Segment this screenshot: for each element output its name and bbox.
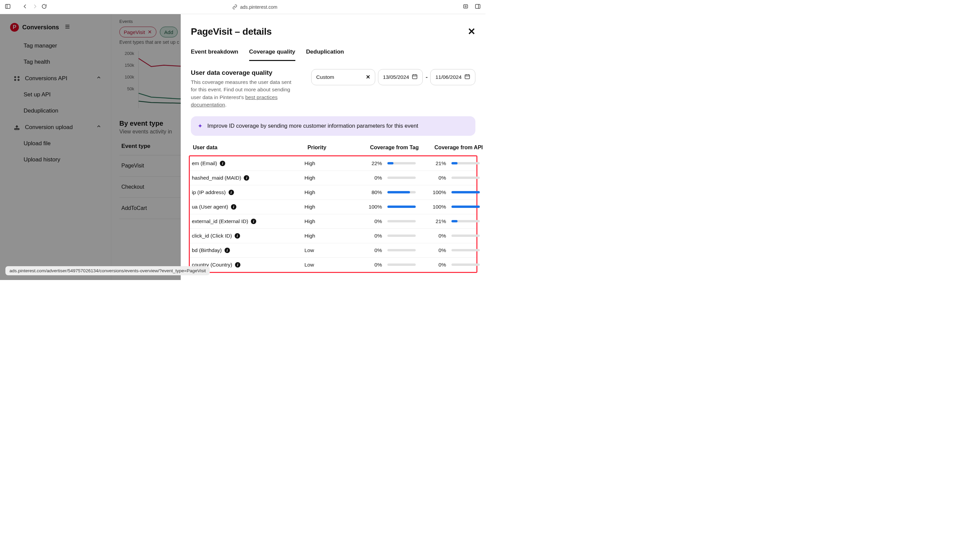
info-icon[interactable]: i	[244, 175, 249, 181]
svg-rect-15	[413, 75, 418, 79]
date-range-select[interactable]: Custom ✕	[311, 69, 375, 85]
priority-cell: Low	[304, 247, 352, 253]
api-bar	[451, 162, 480, 165]
close-icon[interactable]: ✕	[148, 29, 152, 35]
details-panel: PageVisit – details ✕ Event breakdown Co…	[181, 14, 486, 280]
tab-coverage-quality[interactable]: Coverage quality	[249, 48, 295, 61]
table-row: ip (IP address)iHigh80%100%	[190, 185, 476, 200]
nav-back-icon[interactable]	[22, 3, 28, 10]
info-icon[interactable]: i	[224, 248, 230, 253]
upload-icon	[13, 124, 20, 131]
sidebar-item-upload-history[interactable]: Upload history	[0, 152, 111, 168]
browser-url-text: ads.pinterest.com	[240, 4, 277, 10]
coverage-section-desc: This coverage measures the user data sen…	[191, 78, 292, 109]
api-icon	[13, 75, 20, 82]
chevron-up-icon	[96, 75, 102, 82]
tag-pct: 0%	[352, 218, 385, 224]
sidebar-item-tag-manager[interactable]: Tag manager	[0, 38, 111, 54]
tag-pct: 100%	[352, 204, 385, 210]
tag-bar	[388, 205, 416, 208]
user-data-label: em (Email)i	[192, 160, 304, 167]
table-row: em (Email)iHigh22%21%	[190, 156, 476, 170]
api-pct: 100%	[416, 189, 450, 195]
tag-bar	[388, 249, 416, 252]
date-to-input[interactable]: 11/06/2024	[430, 69, 475, 85]
info-icon[interactable]: i	[251, 219, 256, 224]
user-data-label: hashed_maid (MAID)i	[192, 175, 304, 181]
info-icon[interactable]: i	[235, 233, 240, 238]
y-axis-labels: 200k 150k 100k 50k	[119, 51, 134, 108]
sidebar-group-conversions-api[interactable]: Conversions API	[0, 70, 111, 87]
info-icon[interactable]: i	[235, 262, 241, 268]
date-from-input[interactable]: 13/05/2024	[378, 69, 423, 85]
api-bar	[451, 177, 480, 179]
sparkle-icon: ✦	[197, 122, 203, 130]
priority-cell: High	[304, 160, 352, 167]
tag-pct: 80%	[352, 189, 385, 195]
priority-cell: Low	[304, 262, 352, 268]
priority-cell: High	[304, 189, 352, 195]
chip-add[interactable]: Add	[160, 27, 178, 37]
tag-bar	[388, 177, 416, 179]
nav-forward-icon	[32, 3, 38, 10]
tag-bar	[388, 220, 416, 222]
info-icon[interactable]: i	[220, 161, 225, 166]
priority-cell: High	[304, 175, 352, 181]
svg-rect-14	[15, 128, 19, 129]
table-row: external_id (External ID)iHigh0%21%	[190, 214, 476, 228]
brand[interactable]: P Conversions	[0, 20, 111, 38]
coverage-table-body: em (Email)iHigh22%21%hashed_maid (MAID)i…	[189, 155, 477, 273]
api-bar	[451, 220, 480, 222]
brand-label: Conversions	[22, 24, 59, 31]
tag-pct: 0%	[352, 233, 385, 239]
sidebar-item-set-up-api[interactable]: Set up API	[0, 87, 111, 103]
coverage-section-title: User data coverage quality	[191, 69, 292, 77]
table-row: click_id (Click ID)iHigh0%0%	[190, 228, 476, 243]
priority-cell: High	[304, 204, 352, 210]
svg-rect-19	[465, 75, 470, 79]
hamburger-icon[interactable]	[64, 23, 70, 31]
user-data-label: ip (IP address)i	[192, 189, 304, 195]
date-dash: -	[426, 74, 428, 81]
table-row: country (Country)iLow0%0%	[190, 257, 476, 272]
svg-rect-5	[475, 4, 480, 8]
user-data-label: bd (Birthday)i	[192, 247, 304, 253]
chevron-up-icon	[96, 124, 102, 131]
chip-pagevisit[interactable]: PageVisit ✕	[119, 27, 156, 37]
tag-pct: 0%	[352, 247, 385, 253]
sidebar-group-conversion-upload[interactable]: Conversion upload	[0, 119, 111, 135]
tab-deduplication[interactable]: Deduplication	[306, 48, 344, 61]
clear-icon[interactable]: ✕	[366, 74, 370, 80]
api-bar	[451, 235, 480, 237]
svg-point-10	[15, 77, 16, 78]
calendar-icon	[464, 73, 470, 81]
svg-rect-0	[5, 4, 10, 8]
panels-icon[interactable]	[475, 3, 481, 10]
info-icon[interactable]: i	[229, 190, 234, 195]
close-icon[interactable]: ✕	[468, 27, 475, 37]
tag-pct: 22%	[352, 160, 385, 167]
tag-bar	[388, 263, 416, 266]
api-bar	[451, 263, 480, 266]
browser-url[interactable]: ads.pinterest.com	[232, 4, 277, 10]
api-bar	[451, 205, 480, 208]
reload-icon[interactable]	[41, 3, 47, 10]
sidebar-toggle-icon[interactable]	[5, 3, 11, 10]
api-bar	[451, 249, 480, 252]
pinterest-logo-icon: P	[10, 23, 19, 32]
sidebar: P Conversions Tag manager Tag health Con…	[0, 14, 111, 280]
sidebar-item-deduplication[interactable]: Deduplication	[0, 103, 111, 119]
improve-coverage-hint: ✦ Improve ID coverage by sending more cu…	[191, 116, 475, 136]
calendar-icon	[412, 73, 418, 81]
user-data-label: external_id (External ID)i	[192, 218, 304, 224]
svg-point-12	[15, 79, 16, 80]
sidebar-item-upload-file[interactable]: Upload file	[0, 135, 111, 152]
tab-event-breakdown[interactable]: Event breakdown	[191, 48, 238, 61]
svg-point-11	[18, 77, 19, 78]
share-icon[interactable]	[463, 3, 469, 10]
sidebar-item-tag-health[interactable]: Tag health	[0, 54, 111, 70]
svg-rect-2	[464, 5, 468, 8]
tag-bar	[388, 191, 416, 193]
api-pct: 0%	[416, 262, 450, 268]
info-icon[interactable]: i	[231, 204, 236, 210]
